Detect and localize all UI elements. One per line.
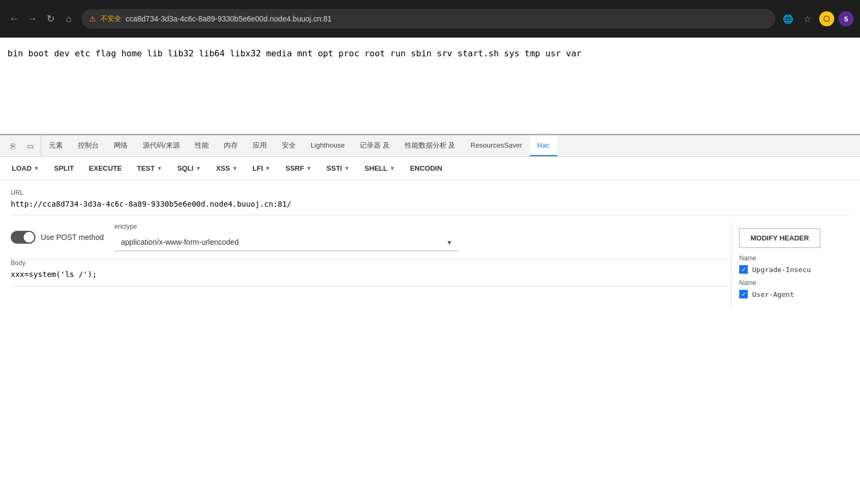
encoding-button[interactable]: ENCODIN [404, 161, 449, 176]
page-content: bin boot dev etc flag home lib lib32 lib… [0, 38, 860, 134]
form-row-toggle-enctype: Use POST method enctype application/x-ww… [11, 223, 731, 259]
header-item-1: ✓ Upgrade-Insecu [739, 265, 842, 274]
xss-dropdown-arrow: ▼ [232, 165, 237, 171]
tab-performance-insights[interactable]: 性能数据分析 及 [397, 135, 463, 156]
devtools-device-icon[interactable]: ▭ [23, 138, 38, 154]
enctype-select[interactable]: application/x-www-form-urlencoded multip… [114, 233, 458, 251]
tab-network[interactable]: 网络 [106, 135, 135, 156]
headers-section: Name ✓ Upgrade-Insecu Name [739, 254, 842, 298]
url-section: URL http://cca8d734-3d3a-4c6c-8a89-9330b… [11, 189, 849, 215]
url-value[interactable]: http://cca8d734-3d3a-4c6c-8a89-9330b5e6e… [11, 200, 849, 208]
tab-application[interactable]: 应用 [245, 135, 274, 156]
shell-dropdown-arrow: ▼ [390, 165, 395, 171]
body-label: Body [11, 259, 731, 267]
modify-header-button[interactable]: MODIFY HEADER [739, 228, 820, 248]
nav-buttons: ← → ↻ ⌂ [6, 11, 76, 26]
body-value[interactable]: xxx=system('ls /'); [11, 270, 731, 279]
reload-button[interactable]: ↻ [43, 11, 58, 26]
security-warning-icon: ⚠ [89, 14, 96, 23]
profile-icon[interactable]: 5 [839, 11, 854, 26]
tab-elements[interactable]: 元素 [41, 135, 70, 156]
browser-actions: 🌐 ☆ 5 [781, 11, 854, 26]
header-checkbox-1[interactable]: ✓ [739, 265, 748, 274]
left-content: Use POST method enctype application/x-ww… [11, 223, 731, 309]
test-button[interactable]: TEST ▼ [130, 161, 169, 176]
devtools-cursor-icon[interactable]: ⎘ [5, 138, 20, 154]
xss-button[interactable]: XSS ▼ [209, 161, 244, 176]
devtools-panel: ⎘ ▭ 元素 控制台 网络 源代码/来源 性能 内存 应用 安全 Lightho… [0, 134, 860, 318]
devtools-tabs-bar: ⎘ ▭ 元素 控制台 网络 源代码/来源 性能 内存 应用 安全 Lightho… [0, 135, 860, 157]
tab-lighthouse[interactable]: Lighthouse [303, 135, 353, 156]
sqli-button[interactable]: SQLI ▼ [171, 161, 207, 176]
tab-recorder[interactable]: 记录器 及 [352, 135, 397, 156]
shell-button[interactable]: SHELL ▼ [358, 161, 402, 176]
url-label: URL [11, 189, 849, 196]
toggle-container: Use POST method [11, 231, 104, 244]
lfi-button[interactable]: LFI ▼ [246, 161, 276, 176]
back-button[interactable]: ← [6, 11, 21, 26]
enctype-label: enctype [114, 223, 731, 230]
page-text: bin boot dev etc flag home lib lib32 lib… [8, 48, 581, 59]
execute-button[interactable]: EXECUTE [83, 161, 128, 176]
toggle-label: Use POST method [41, 233, 104, 242]
address-bar[interactable]: ⚠ 不安全 cca8d734-3d3a-4c6c-8a89-9330b5e6e0… [82, 9, 775, 28]
tab-memory[interactable]: 内存 [216, 135, 245, 156]
tab-security[interactable]: 安全 [274, 135, 303, 156]
header-name-text-1: Upgrade-Insecu [752, 266, 811, 274]
translate-icon[interactable]: 🌐 [781, 11, 796, 26]
header-checkbox-row-2: ✓ User-Agent [739, 290, 842, 298]
main-content: URL http://cca8d734-3d3a-4c6c-8a89-9330b… [0, 180, 860, 318]
tab-sources[interactable]: 源代码/来源 [135, 135, 187, 156]
home-button[interactable]: ⌂ [61, 11, 76, 26]
lfi-dropdown-arrow: ▼ [265, 165, 271, 171]
record-icon[interactable] [819, 11, 834, 26]
header-name-label-1: Name [739, 254, 842, 262]
right-headers-panel: MODIFY HEADER Name ✓ Upgrade-Insecu Name [731, 223, 849, 309]
checkmark-1: ✓ [741, 266, 746, 273]
security-warning-text: 不安全 [100, 14, 121, 24]
tab-hac[interactable]: Hac [530, 135, 557, 156]
ssrf-button[interactable]: SSRF ▼ [279, 161, 318, 176]
header-name-label-2: Name [739, 279, 842, 287]
tab-performance[interactable]: 性能 [187, 135, 216, 156]
tab-console[interactable]: 控制台 [70, 135, 106, 156]
bottom-section: Use POST method enctype application/x-ww… [11, 223, 849, 309]
post-method-toggle[interactable] [11, 231, 35, 244]
devtools-icon-buttons: ⎘ ▭ [2, 135, 41, 156]
header-item-2: ✓ User-Agent [739, 290, 842, 298]
load-button[interactable]: LOAD ▼ [5, 161, 46, 176]
split-button[interactable]: SPLIT [48, 161, 81, 176]
url-display: cca8d734-3d3a-4c6c-8a89-9330b5e6e00d.nod… [126, 14, 768, 23]
forward-button[interactable]: → [25, 11, 40, 26]
browser-chrome: ← → ↻ ⌂ ⚠ 不安全 cca8d734-3d3a-4c6c-8a89-93… [0, 0, 860, 38]
load-dropdown-arrow: ▼ [34, 165, 39, 171]
tab-resources-saver[interactable]: ResourcesSaver [463, 135, 530, 156]
toggle-thumb [24, 232, 34, 243]
devtools-toolbar: LOAD ▼ SPLIT EXECUTE TEST ▼ SQLI ▼ XSS ▼… [0, 157, 860, 180]
ssti-button[interactable]: SSTI ▼ [320, 161, 356, 176]
enctype-section: enctype application/x-www-form-urlencode… [114, 223, 731, 251]
sqli-dropdown-arrow: ▼ [195, 165, 201, 171]
enctype-select-wrapper: application/x-www-form-urlencoded multip… [114, 233, 458, 251]
body-section: Body xxx=system('ls /'); [11, 259, 731, 287]
header-checkbox-row-1: ✓ Upgrade-Insecu [739, 265, 842, 274]
test-dropdown-arrow: ▼ [157, 165, 162, 171]
bookmark-icon[interactable]: ☆ [800, 11, 815, 26]
ssrf-dropdown-arrow: ▼ [306, 165, 311, 171]
header-checkbox-2[interactable]: ✓ [739, 290, 748, 298]
checkmark-2: ✓ [741, 291, 746, 298]
ssti-dropdown-arrow: ▼ [344, 165, 349, 171]
header-name-text-2: User-Agent [752, 290, 794, 298]
